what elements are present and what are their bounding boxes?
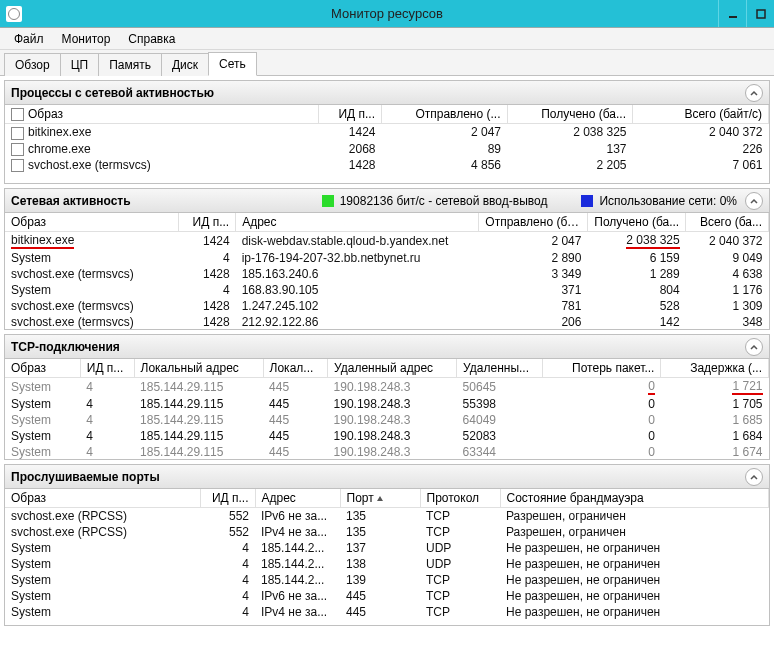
table-row[interactable]: bitkinex.exe14242 0472 038 3252 040 372: [5, 124, 769, 141]
row-checkbox[interactable]: [11, 159, 24, 172]
activity-legend: 19082136 бит/с - сетевой ввод-вывод Испо…: [322, 194, 737, 208]
section-processes-header[interactable]: Процессы с сетевой активностью: [5, 81, 769, 105]
section-processes-title: Процессы с сетевой активностью: [11, 86, 214, 100]
section-tcp-title: TCP-подключения: [11, 340, 120, 354]
activity-table[interactable]: Образ ИД п... Адрес Отправлено (ба... По…: [5, 213, 769, 329]
section-ports: Прослушиваемые порты Образ ИД п... Адрес…: [4, 464, 770, 626]
col-laddr[interactable]: Локальный адрес: [134, 359, 263, 378]
legend-io-text: 19082136 бит/с - сетевой ввод-вывод: [340, 194, 548, 208]
col-pid[interactable]: ИД п...: [80, 359, 134, 378]
chevron-up-icon[interactable]: [745, 84, 763, 102]
chevron-up-icon[interactable]: [745, 468, 763, 486]
col-lat[interactable]: Задержка (...: [661, 359, 769, 378]
col-recv[interactable]: Получено (ба...: [507, 105, 633, 124]
tabs-bar: Обзор ЦП Память Диск Сеть: [0, 50, 774, 76]
table-row[interactable]: System4185.144.29.115445190.198.248.3640…: [5, 412, 769, 428]
col-image[interactable]: Образ: [5, 213, 179, 232]
section-tcp: TCP-подключения Образ ИД п... Локальный …: [4, 334, 770, 460]
table-row[interactable]: svchost.exe (termsvcs)14281.247.245.1027…: [5, 298, 769, 314]
col-total[interactable]: Всего (ба...: [686, 213, 769, 232]
legend-use-swatch: [581, 195, 593, 207]
table-row[interactable]: System4185.144.2...138UDPНе разрешен, не…: [5, 556, 769, 572]
chevron-up-icon[interactable]: [745, 192, 763, 210]
table-row[interactable]: svchost.exe (termsvcs)14284 8562 2057 06…: [5, 157, 769, 173]
table-row[interactable]: svchost.exe (RPCSS)552IPv4 не за...135TC…: [5, 524, 769, 540]
section-activity-title: Сетевая активность: [11, 194, 131, 208]
col-addr[interactable]: Адрес: [255, 489, 340, 508]
maximize-button[interactable]: [746, 0, 774, 27]
col-image[interactable]: Образ: [5, 359, 80, 378]
table-row[interactable]: System4185.144.29.115445190.198.248.3553…: [5, 396, 769, 412]
table-row[interactable]: System4185.144.2...139TCPНе разрешен, не…: [5, 572, 769, 588]
col-sent[interactable]: Отправлено (ба...: [479, 213, 588, 232]
col-addr[interactable]: Адрес: [236, 213, 479, 232]
window-title: Монитор ресурсов: [331, 6, 443, 21]
tab-overview[interactable]: Обзор: [4, 53, 61, 76]
table-row[interactable]: System4185.144.29.115445190.198.248.3506…: [5, 378, 769, 397]
table-row[interactable]: System4185.144.29.115445190.198.248.3633…: [5, 444, 769, 459]
table-row[interactable]: System4185.144.29.115445190.198.248.3520…: [5, 428, 769, 444]
tab-network[interactable]: Сеть: [208, 52, 257, 76]
svg-marker-2: [377, 496, 383, 501]
col-sent[interactable]: Отправлено (...: [382, 105, 508, 124]
col-image[interactable]: Образ: [5, 489, 200, 508]
col-image[interactable]: Образ: [5, 105, 319, 124]
table-row[interactable]: svchost.exe (termsvcs)1428212.92.122.862…: [5, 314, 769, 329]
table-row[interactable]: System4IPv4 не за...445TCPНе разрешен, н…: [5, 604, 769, 620]
col-raddr[interactable]: Удаленный адрес: [328, 359, 457, 378]
menu-file[interactable]: Файл: [6, 30, 52, 48]
chevron-up-icon[interactable]: [745, 338, 763, 356]
row-checkbox[interactable]: [11, 127, 24, 140]
tab-cpu[interactable]: ЦП: [60, 53, 100, 76]
table-row[interactable]: System4168.83.90.1053718041 176: [5, 282, 769, 298]
col-pid[interactable]: ИД п...: [319, 105, 382, 124]
section-processes: Процессы с сетевой активностью Образ ИД …: [4, 80, 770, 184]
col-fw[interactable]: Состояние брандмауэра: [500, 489, 769, 508]
section-tcp-header[interactable]: TCP-подключения: [5, 335, 769, 359]
title-bar: Монитор ресурсов: [0, 0, 774, 28]
legend-use-text: Использование сети: 0%: [599, 194, 737, 208]
row-checkbox[interactable]: [11, 143, 24, 156]
legend-io-swatch: [322, 195, 334, 207]
table-row[interactable]: svchost.exe (termsvcs)1428185.163.240.63…: [5, 266, 769, 282]
table-row[interactable]: svchost.exe (RPCSS)552IPv6 не за...135TC…: [5, 508, 769, 525]
sort-asc-icon: [376, 491, 384, 505]
table-row[interactable]: System4IPv6 не за...445TCPНе разрешен, н…: [5, 588, 769, 604]
app-icon: [6, 6, 22, 22]
tab-memory[interactable]: Память: [98, 53, 162, 76]
section-activity-header[interactable]: Сетевая активность 19082136 бит/с - сете…: [5, 189, 769, 213]
tab-disk[interactable]: Диск: [161, 53, 209, 76]
table-row[interactable]: chrome.exe206889137226: [5, 141, 769, 157]
col-lport[interactable]: Локал...: [263, 359, 328, 378]
table-row[interactable]: System4185.144.2...137UDPНе разрешен, не…: [5, 540, 769, 556]
menu-bar: Файл Монитор Справка: [0, 28, 774, 50]
col-pid[interactable]: ИД п...: [179, 213, 236, 232]
col-port[interactable]: Порт: [340, 489, 420, 508]
tcp-table[interactable]: Образ ИД п... Локальный адрес Локал... У…: [5, 359, 769, 459]
table-row[interactable]: System4ip-176-194-207-32.bb.netbynet.ru2…: [5, 250, 769, 266]
checkbox-all[interactable]: [11, 108, 24, 121]
menu-help[interactable]: Справка: [120, 30, 183, 48]
svg-rect-1: [757, 10, 765, 18]
section-ports-title: Прослушиваемые порты: [11, 470, 160, 484]
col-pid[interactable]: ИД п...: [200, 489, 255, 508]
col-rport[interactable]: Удаленны...: [457, 359, 543, 378]
col-proto[interactable]: Протокол: [420, 489, 500, 508]
col-loss[interactable]: Потерь пакет...: [543, 359, 661, 378]
col-total[interactable]: Всего (байт/с): [633, 105, 769, 124]
window-buttons: [718, 0, 774, 27]
section-ports-header[interactable]: Прослушиваемые порты: [5, 465, 769, 489]
table-row[interactable]: bitkinex.exe1424disk-webdav.stable.qloud…: [5, 232, 769, 251]
ports-table[interactable]: Образ ИД п... Адрес Порт Протокол Состоя…: [5, 489, 769, 620]
section-activity: Сетевая активность 19082136 бит/с - сете…: [4, 188, 770, 330]
col-recv[interactable]: Получено (ба...: [587, 213, 685, 232]
minimize-button[interactable]: [718, 0, 746, 27]
processes-table[interactable]: Образ ИД п... Отправлено (... Получено (…: [5, 105, 769, 173]
menu-monitor[interactable]: Монитор: [54, 30, 119, 48]
